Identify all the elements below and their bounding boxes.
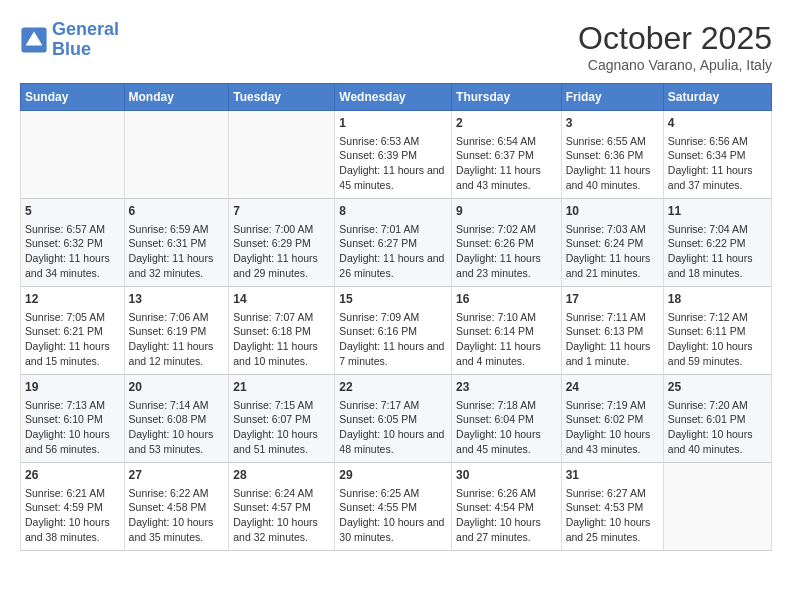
day-cell: 3Sunrise: 6:55 AMSunset: 6:36 PMDaylight… [561, 111, 663, 199]
day-number: 18 [668, 291, 767, 308]
day-cell: 31Sunrise: 6:27 AMSunset: 4:53 PMDayligh… [561, 463, 663, 551]
day-cell: 10Sunrise: 7:03 AMSunset: 6:24 PMDayligh… [561, 199, 663, 287]
day-number: 14 [233, 291, 330, 308]
weekday-header-friday: Friday [561, 84, 663, 111]
day-info: Sunrise: 6:56 AMSunset: 6:34 PMDaylight:… [668, 134, 767, 193]
week-row-3: 12Sunrise: 7:05 AMSunset: 6:21 PMDayligh… [21, 287, 772, 375]
weekday-header-monday: Monday [124, 84, 229, 111]
day-cell: 18Sunrise: 7:12 AMSunset: 6:11 PMDayligh… [663, 287, 771, 375]
day-cell: 15Sunrise: 7:09 AMSunset: 6:16 PMDayligh… [335, 287, 452, 375]
day-info: Sunrise: 7:02 AMSunset: 6:26 PMDaylight:… [456, 222, 557, 281]
day-info: Sunrise: 6:22 AMSunset: 4:58 PMDaylight:… [129, 486, 225, 545]
day-cell: 21Sunrise: 7:15 AMSunset: 6:07 PMDayligh… [229, 375, 335, 463]
logo-icon [20, 26, 48, 54]
day-number: 6 [129, 203, 225, 220]
day-number: 15 [339, 291, 447, 308]
day-info: Sunrise: 7:15 AMSunset: 6:07 PMDaylight:… [233, 398, 330, 457]
day-number: 5 [25, 203, 120, 220]
day-info: Sunrise: 7:20 AMSunset: 6:01 PMDaylight:… [668, 398, 767, 457]
day-number: 17 [566, 291, 659, 308]
day-number: 8 [339, 203, 447, 220]
day-number: 28 [233, 467, 330, 484]
logo: General Blue [20, 20, 119, 60]
day-cell [124, 111, 229, 199]
day-number: 1 [339, 115, 447, 132]
day-cell: 16Sunrise: 7:10 AMSunset: 6:14 PMDayligh… [452, 287, 562, 375]
weekday-header-tuesday: Tuesday [229, 84, 335, 111]
day-info: Sunrise: 6:24 AMSunset: 4:57 PMDaylight:… [233, 486, 330, 545]
weekday-header-sunday: Sunday [21, 84, 125, 111]
day-info: Sunrise: 6:57 AMSunset: 6:32 PMDaylight:… [25, 222, 120, 281]
day-number: 2 [456, 115, 557, 132]
day-cell: 19Sunrise: 7:13 AMSunset: 6:10 PMDayligh… [21, 375, 125, 463]
day-number: 27 [129, 467, 225, 484]
day-cell: 24Sunrise: 7:19 AMSunset: 6:02 PMDayligh… [561, 375, 663, 463]
weekday-header-saturday: Saturday [663, 84, 771, 111]
day-cell [663, 463, 771, 551]
title-block: October 2025 Cagnano Varano, Apulia, Ita… [578, 20, 772, 73]
day-info: Sunrise: 7:03 AMSunset: 6:24 PMDaylight:… [566, 222, 659, 281]
day-cell: 5Sunrise: 6:57 AMSunset: 6:32 PMDaylight… [21, 199, 125, 287]
day-number: 10 [566, 203, 659, 220]
day-info: Sunrise: 6:59 AMSunset: 6:31 PMDaylight:… [129, 222, 225, 281]
calendar-table: SundayMondayTuesdayWednesdayThursdayFrid… [20, 83, 772, 551]
day-info: Sunrise: 7:00 AMSunset: 6:29 PMDaylight:… [233, 222, 330, 281]
day-cell: 23Sunrise: 7:18 AMSunset: 6:04 PMDayligh… [452, 375, 562, 463]
month-title: October 2025 [578, 20, 772, 57]
weekday-header-wednesday: Wednesday [335, 84, 452, 111]
day-info: Sunrise: 7:01 AMSunset: 6:27 PMDaylight:… [339, 222, 447, 281]
day-cell: 29Sunrise: 6:25 AMSunset: 4:55 PMDayligh… [335, 463, 452, 551]
day-info: Sunrise: 7:09 AMSunset: 6:16 PMDaylight:… [339, 310, 447, 369]
week-row-2: 5Sunrise: 6:57 AMSunset: 6:32 PMDaylight… [21, 199, 772, 287]
page-header: General Blue October 2025 Cagnano Varano… [20, 20, 772, 73]
day-number: 30 [456, 467, 557, 484]
day-cell: 7Sunrise: 7:00 AMSunset: 6:29 PMDaylight… [229, 199, 335, 287]
day-number: 9 [456, 203, 557, 220]
day-number: 24 [566, 379, 659, 396]
location: Cagnano Varano, Apulia, Italy [578, 57, 772, 73]
day-number: 16 [456, 291, 557, 308]
day-number: 20 [129, 379, 225, 396]
day-cell: 17Sunrise: 7:11 AMSunset: 6:13 PMDayligh… [561, 287, 663, 375]
day-number: 11 [668, 203, 767, 220]
day-info: Sunrise: 7:19 AMSunset: 6:02 PMDaylight:… [566, 398, 659, 457]
day-number: 12 [25, 291, 120, 308]
day-info: Sunrise: 6:54 AMSunset: 6:37 PMDaylight:… [456, 134, 557, 193]
day-cell: 14Sunrise: 7:07 AMSunset: 6:18 PMDayligh… [229, 287, 335, 375]
day-number: 13 [129, 291, 225, 308]
day-cell: 22Sunrise: 7:17 AMSunset: 6:05 PMDayligh… [335, 375, 452, 463]
day-number: 7 [233, 203, 330, 220]
day-cell: 11Sunrise: 7:04 AMSunset: 6:22 PMDayligh… [663, 199, 771, 287]
day-info: Sunrise: 7:18 AMSunset: 6:04 PMDaylight:… [456, 398, 557, 457]
day-cell: 9Sunrise: 7:02 AMSunset: 6:26 PMDaylight… [452, 199, 562, 287]
day-cell: 8Sunrise: 7:01 AMSunset: 6:27 PMDaylight… [335, 199, 452, 287]
day-number: 4 [668, 115, 767, 132]
day-info: Sunrise: 7:17 AMSunset: 6:05 PMDaylight:… [339, 398, 447, 457]
week-row-5: 26Sunrise: 6:21 AMSunset: 4:59 PMDayligh… [21, 463, 772, 551]
day-number: 21 [233, 379, 330, 396]
day-cell: 2Sunrise: 6:54 AMSunset: 6:37 PMDaylight… [452, 111, 562, 199]
day-info: Sunrise: 7:12 AMSunset: 6:11 PMDaylight:… [668, 310, 767, 369]
day-info: Sunrise: 6:21 AMSunset: 4:59 PMDaylight:… [25, 486, 120, 545]
day-cell: 4Sunrise: 6:56 AMSunset: 6:34 PMDaylight… [663, 111, 771, 199]
day-number: 23 [456, 379, 557, 396]
day-cell: 13Sunrise: 7:06 AMSunset: 6:19 PMDayligh… [124, 287, 229, 375]
day-number: 3 [566, 115, 659, 132]
day-info: Sunrise: 7:13 AMSunset: 6:10 PMDaylight:… [25, 398, 120, 457]
day-info: Sunrise: 7:10 AMSunset: 6:14 PMDaylight:… [456, 310, 557, 369]
day-cell: 26Sunrise: 6:21 AMSunset: 4:59 PMDayligh… [21, 463, 125, 551]
week-row-4: 19Sunrise: 7:13 AMSunset: 6:10 PMDayligh… [21, 375, 772, 463]
day-info: Sunrise: 7:07 AMSunset: 6:18 PMDaylight:… [233, 310, 330, 369]
day-cell: 12Sunrise: 7:05 AMSunset: 6:21 PMDayligh… [21, 287, 125, 375]
day-number: 31 [566, 467, 659, 484]
logo-text: General Blue [52, 20, 119, 60]
day-info: Sunrise: 6:25 AMSunset: 4:55 PMDaylight:… [339, 486, 447, 545]
day-info: Sunrise: 6:26 AMSunset: 4:54 PMDaylight:… [456, 486, 557, 545]
day-info: Sunrise: 7:04 AMSunset: 6:22 PMDaylight:… [668, 222, 767, 281]
day-info: Sunrise: 6:55 AMSunset: 6:36 PMDaylight:… [566, 134, 659, 193]
day-cell [21, 111, 125, 199]
day-number: 26 [25, 467, 120, 484]
day-cell: 30Sunrise: 6:26 AMSunset: 4:54 PMDayligh… [452, 463, 562, 551]
day-info: Sunrise: 6:27 AMSunset: 4:53 PMDaylight:… [566, 486, 659, 545]
week-row-1: 1Sunrise: 6:53 AMSunset: 6:39 PMDaylight… [21, 111, 772, 199]
